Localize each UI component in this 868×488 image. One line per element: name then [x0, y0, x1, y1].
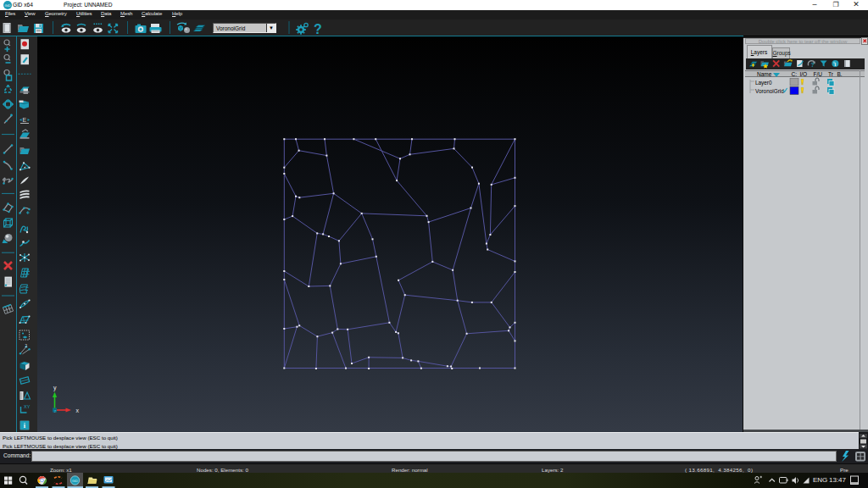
svg-text:x: x [76, 408, 80, 413]
svg-text:E: E [23, 117, 27, 123]
svg-text:z: z [54, 408, 57, 413]
svg-text:VoronoiGrid: VoronoiGrid [755, 88, 784, 94]
svg-text:GiD: GiD [72, 479, 78, 483]
svg-text:Layer0: Layer0 [755, 80, 772, 86]
svg-text:?: ? [810, 62, 814, 68]
svg-text:GiD: GiD [5, 3, 11, 8]
svg-text:?: ? [314, 22, 322, 36]
svg-text:2: 2 [25, 344, 28, 348]
svg-text:XY: XY [24, 404, 31, 409]
svg-text:y: y [53, 385, 57, 391]
